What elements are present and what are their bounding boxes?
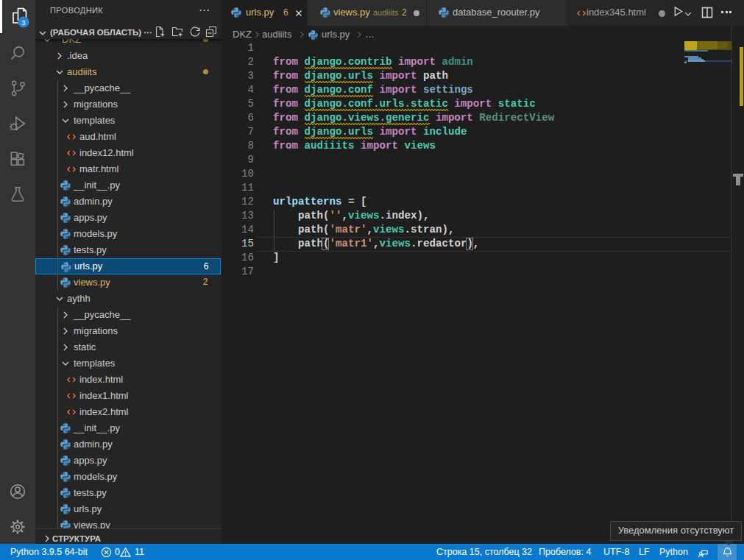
svg-text:3: 3: [21, 18, 25, 26]
